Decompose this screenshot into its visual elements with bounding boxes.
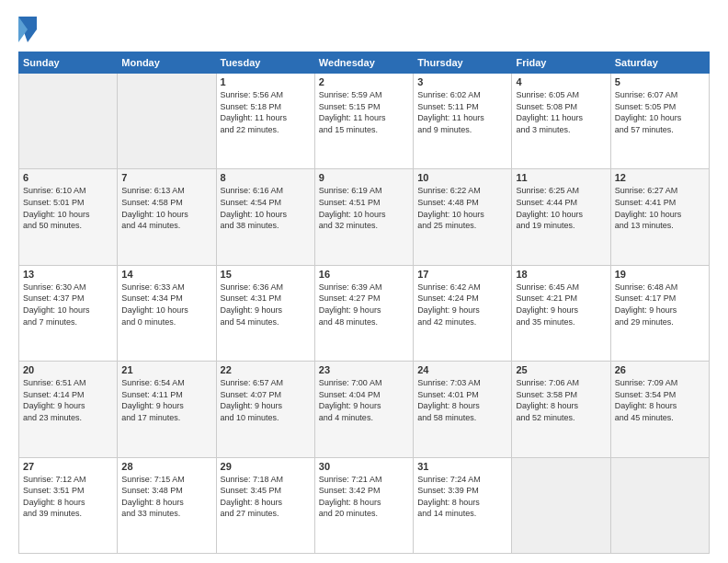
day-info: Sunrise: 6:25 AM Sunset: 4:44 PM Dayligh…	[516, 185, 606, 231]
header-row: Sunday Monday Tuesday Wednesday Thursday…	[19, 52, 710, 74]
calendar-cell: 9Sunrise: 6:19 AM Sunset: 4:51 PM Daylig…	[314, 169, 413, 265]
calendar-cell: 19Sunrise: 6:48 AM Sunset: 4:17 PM Dayli…	[610, 265, 709, 361]
header	[18, 17, 710, 42]
day-info: Sunrise: 6:36 AM Sunset: 4:31 PM Dayligh…	[221, 282, 311, 327]
day-number: 18	[516, 269, 606, 280]
calendar-cell: 28Sunrise: 7:15 AM Sunset: 3:48 PM Dayli…	[118, 457, 216, 553]
day-info: Sunrise: 6:42 AM Sunset: 4:24 PM Dayligh…	[417, 282, 507, 327]
day-number: 30	[319, 461, 409, 472]
day-number: 6	[23, 172, 113, 183]
col-tuesday: Tuesday	[216, 52, 314, 74]
calendar-cell: 13Sunrise: 6:30 AM Sunset: 4:37 PM Dayli…	[19, 265, 118, 361]
calendar-cell: 20Sunrise: 6:51 AM Sunset: 4:14 PM Dayli…	[19, 362, 118, 457]
day-info: Sunrise: 7:21 AM Sunset: 3:42 PM Dayligh…	[319, 474, 409, 520]
day-info: Sunrise: 6:16 AM Sunset: 4:54 PM Dayligh…	[221, 185, 311, 231]
day-number: 22	[221, 364, 311, 375]
calendar-cell: 21Sunrise: 6:54 AM Sunset: 4:11 PM Dayli…	[118, 362, 216, 457]
day-info: Sunrise: 6:02 AM Sunset: 5:11 PM Dayligh…	[417, 89, 507, 135]
day-number: 28	[121, 461, 211, 472]
day-number: 8	[221, 172, 311, 183]
day-info: Sunrise: 7:06 AM Sunset: 3:58 PM Dayligh…	[516, 377, 606, 423]
calendar-cell: 12Sunrise: 6:27 AM Sunset: 4:41 PM Dayli…	[610, 169, 709, 265]
day-number: 10	[417, 172, 507, 183]
day-number: 15	[221, 269, 311, 280]
calendar-cell	[512, 457, 610, 553]
calendar-week-4: 20Sunrise: 6:51 AM Sunset: 4:14 PM Dayli…	[19, 362, 710, 457]
day-number: 14	[121, 269, 211, 280]
day-number: 12	[615, 172, 705, 183]
calendar-cell: 27Sunrise: 7:12 AM Sunset: 3:51 PM Dayli…	[19, 457, 118, 553]
calendar-cell	[19, 74, 118, 169]
day-info: Sunrise: 6:54 AM Sunset: 4:11 PM Dayligh…	[121, 377, 211, 423]
calendar-cell: 4Sunrise: 6:05 AM Sunset: 5:08 PM Daylig…	[512, 74, 610, 169]
day-info: Sunrise: 6:45 AM Sunset: 4:21 PM Dayligh…	[516, 282, 606, 327]
calendar-cell: 24Sunrise: 7:03 AM Sunset: 4:01 PM Dayli…	[414, 362, 512, 457]
calendar-cell: 8Sunrise: 6:16 AM Sunset: 4:54 PM Daylig…	[216, 169, 314, 265]
day-number: 5	[615, 76, 705, 87]
day-info: Sunrise: 6:57 AM Sunset: 4:07 PM Dayligh…	[221, 377, 311, 423]
calendar-cell: 6Sunrise: 6:10 AM Sunset: 5:01 PM Daylig…	[19, 169, 118, 265]
calendar-week-1: 1Sunrise: 5:56 AM Sunset: 5:18 PM Daylig…	[19, 74, 710, 169]
calendar-cell: 16Sunrise: 6:39 AM Sunset: 4:27 PM Dayli…	[314, 265, 413, 361]
day-number: 19	[615, 269, 705, 280]
day-number: 20	[23, 364, 113, 375]
day-info: Sunrise: 6:30 AM Sunset: 4:37 PM Dayligh…	[23, 282, 113, 327]
calendar-cell: 7Sunrise: 6:13 AM Sunset: 4:58 PM Daylig…	[118, 169, 216, 265]
day-info: Sunrise: 7:15 AM Sunset: 3:48 PM Dayligh…	[121, 474, 211, 520]
calendar-cell: 22Sunrise: 6:57 AM Sunset: 4:07 PM Dayli…	[216, 362, 314, 457]
day-number: 26	[615, 364, 705, 375]
day-number: 27	[23, 461, 113, 472]
calendar-cell: 29Sunrise: 7:18 AM Sunset: 3:45 PM Dayli…	[216, 457, 314, 553]
calendar-week-5: 27Sunrise: 7:12 AM Sunset: 3:51 PM Dayli…	[19, 457, 710, 553]
day-info: Sunrise: 6:05 AM Sunset: 5:08 PM Dayligh…	[516, 89, 606, 135]
day-info: Sunrise: 5:56 AM Sunset: 5:18 PM Dayligh…	[221, 89, 311, 135]
calendar-cell: 30Sunrise: 7:21 AM Sunset: 3:42 PM Dayli…	[314, 457, 413, 553]
calendar-cell: 25Sunrise: 7:06 AM Sunset: 3:58 PM Dayli…	[512, 362, 610, 457]
calendar-cell: 17Sunrise: 6:42 AM Sunset: 4:24 PM Dayli…	[414, 265, 512, 361]
day-number: 3	[417, 76, 507, 87]
day-info: Sunrise: 6:39 AM Sunset: 4:27 PM Dayligh…	[319, 282, 409, 327]
day-number: 29	[221, 461, 311, 472]
calendar-cell: 18Sunrise: 6:45 AM Sunset: 4:21 PM Dayli…	[512, 265, 610, 361]
col-monday: Monday	[118, 52, 216, 74]
col-wednesday: Wednesday	[314, 52, 413, 74]
calendar-cell: 23Sunrise: 7:00 AM Sunset: 4:04 PM Dayli…	[314, 362, 413, 457]
calendar-table: Sunday Monday Tuesday Wednesday Thursday…	[18, 52, 710, 554]
calendar-cell: 3Sunrise: 6:02 AM Sunset: 5:11 PM Daylig…	[414, 74, 512, 169]
day-number: 2	[319, 76, 409, 87]
col-saturday: Saturday	[610, 52, 709, 74]
day-info: Sunrise: 6:48 AM Sunset: 4:17 PM Dayligh…	[615, 282, 705, 327]
day-number: 31	[417, 461, 507, 472]
day-info: Sunrise: 7:12 AM Sunset: 3:51 PM Dayligh…	[23, 474, 113, 520]
calendar-cell: 2Sunrise: 5:59 AM Sunset: 5:15 PM Daylig…	[314, 74, 413, 169]
day-info: Sunrise: 6:33 AM Sunset: 4:34 PM Dayligh…	[121, 282, 211, 327]
calendar-cell	[118, 74, 216, 169]
day-info: Sunrise: 6:13 AM Sunset: 4:58 PM Dayligh…	[121, 185, 211, 231]
day-info: Sunrise: 7:00 AM Sunset: 4:04 PM Dayligh…	[319, 377, 409, 423]
day-number: 25	[516, 364, 606, 375]
day-number: 9	[319, 172, 409, 183]
day-info: Sunrise: 6:51 AM Sunset: 4:14 PM Dayligh…	[23, 377, 113, 423]
calendar-cell: 11Sunrise: 6:25 AM Sunset: 4:44 PM Dayli…	[512, 169, 610, 265]
day-info: Sunrise: 6:27 AM Sunset: 4:41 PM Dayligh…	[615, 185, 705, 231]
day-info: Sunrise: 6:07 AM Sunset: 5:05 PM Dayligh…	[615, 89, 705, 135]
day-number: 7	[121, 172, 211, 183]
day-number: 1	[221, 76, 311, 87]
col-thursday: Thursday	[414, 52, 512, 74]
day-info: Sunrise: 7:24 AM Sunset: 3:39 PM Dayligh…	[417, 474, 507, 520]
logo-icon	[18, 17, 37, 42]
day-info: Sunrise: 6:10 AM Sunset: 5:01 PM Dayligh…	[23, 185, 113, 231]
calendar-week-3: 13Sunrise: 6:30 AM Sunset: 4:37 PM Dayli…	[19, 265, 710, 361]
day-info: Sunrise: 7:09 AM Sunset: 3:54 PM Dayligh…	[615, 377, 705, 423]
page: Sunday Monday Tuesday Wednesday Thursday…	[0, 0, 728, 563]
day-number: 17	[417, 269, 507, 280]
day-number: 16	[319, 269, 409, 280]
day-info: Sunrise: 6:22 AM Sunset: 4:48 PM Dayligh…	[417, 185, 507, 231]
calendar-cell: 15Sunrise: 6:36 AM Sunset: 4:31 PM Dayli…	[216, 265, 314, 361]
day-number: 4	[516, 76, 606, 87]
calendar-cell: 5Sunrise: 6:07 AM Sunset: 5:05 PM Daylig…	[610, 74, 709, 169]
day-number: 23	[319, 364, 409, 375]
day-info: Sunrise: 7:18 AM Sunset: 3:45 PM Dayligh…	[221, 474, 311, 520]
day-number: 24	[417, 364, 507, 375]
logo	[18, 17, 39, 42]
